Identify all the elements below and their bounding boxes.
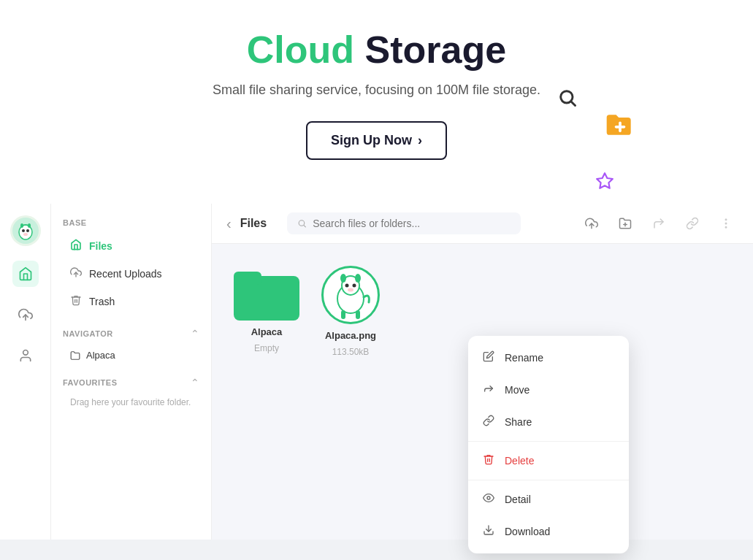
alpaca-thumbnail [321, 266, 380, 324]
search-bar [287, 212, 521, 234]
svg-point-29 [345, 284, 349, 288]
toolbar-actions [579, 211, 738, 236]
svg-point-22 [725, 227, 727, 229]
svg-marker-4 [597, 173, 613, 188]
favourites-header: Favourites ⌃ [63, 377, 199, 388]
menu-item-delete[interactable]: Delete [468, 445, 629, 477]
hero-subtitle: Small file sharing service, focusing on … [15, 83, 738, 98]
user-icon[interactable] [12, 342, 39, 369]
svg-point-34 [487, 496, 490, 499]
menu-divider [468, 441, 629, 442]
svg-line-1 [571, 101, 575, 105]
svg-point-31 [348, 288, 353, 292]
favourites-label: Favourites [63, 378, 117, 387]
file-item-alpaca-png[interactable]: Alpaca.png 113.50kB [321, 266, 380, 357]
delete-icon [483, 453, 494, 468]
share-link-btn[interactable] [680, 211, 705, 236]
move-label: Move [505, 384, 530, 396]
navigator-header: Navigator ⌃ [63, 328, 199, 340]
signup-label: Sign Up Now [331, 133, 412, 148]
search-bar-icon [297, 218, 307, 229]
move-icon [483, 383, 494, 397]
chevron-right-icon: › [418, 133, 422, 148]
sidebar-item-trash[interactable]: Trash [63, 288, 199, 315]
navigator-folder-name: Alpaca [86, 350, 115, 361]
hero-title-cloud: Cloud [247, 28, 354, 71]
svg-line-16 [304, 226, 305, 227]
download-icon [483, 524, 494, 539]
upload-btn[interactable] [579, 211, 604, 236]
trash-icon [70, 294, 82, 309]
hero-section: Cloud Storage Small file sharing service… [0, 0, 753, 204]
folder-meta: Empty [254, 343, 279, 353]
home-icon [70, 239, 82, 253]
svg-point-20 [725, 219, 727, 220]
hero-title-storage: Storage [354, 28, 506, 71]
fav-drag-hint: Drag here your favourite folder. [63, 394, 199, 410]
add-folder-icon [604, 110, 636, 148]
delete-label: Delete [505, 455, 534, 467]
rename-label: Rename [505, 352, 543, 364]
image-name: Alpaca.png [325, 330, 376, 341]
svg-point-21 [725, 223, 727, 224]
folder-name: Alpaca [251, 326, 283, 337]
menu-item-move[interactable]: Move [468, 374, 629, 406]
upload-recent-icon [70, 266, 82, 281]
breadcrumb-title: Files [240, 217, 267, 230]
toolbar: ‹ Files [212, 204, 753, 244]
sidebar-recent-label: Recent Uploads [89, 268, 162, 280]
search-input[interactable] [313, 218, 511, 229]
sidebar-item-files[interactable]: Files [63, 233, 199, 259]
share-label: Share [505, 416, 532, 428]
more-btn[interactable] [714, 211, 738, 236]
svg-point-27 [340, 274, 346, 283]
svg-point-8 [26, 229, 29, 232]
signup-button[interactable]: Sign Up Now › [306, 121, 447, 160]
navigator-label: Navigator [63, 329, 113, 338]
svg-point-30 [353, 284, 356, 288]
sidebar-item-recent-uploads[interactable]: Recent Uploads [63, 261, 199, 287]
svg-rect-32 [341, 310, 345, 319]
base-label: Base [63, 218, 199, 227]
folder-thumbnail [234, 266, 299, 321]
menu-item-detail[interactable]: Detail [468, 483, 629, 515]
navigator-folder-alpaca[interactable]: Alpaca [63, 345, 199, 365]
file-item-alpaca-folder[interactable]: Alpaca Empty [234, 266, 299, 357]
search-icon [557, 88, 578, 113]
menu-divider-2 [468, 480, 629, 480]
files-nav-icon[interactable] [12, 261, 39, 287]
upload-icon[interactable] [12, 302, 39, 328]
image-meta: 113.50kB [332, 347, 370, 357]
avatar-sidebar [0, 204, 51, 540]
menu-item-download[interactable]: Download [468, 515, 629, 548]
svg-point-9 [23, 233, 28, 236]
menu-item-rename[interactable]: Rename [468, 342, 629, 374]
share-icon [483, 415, 494, 429]
redo-btn[interactable] [646, 211, 671, 236]
nav-sidebar: Base Files Recent Uploads [51, 204, 212, 540]
svg-point-13 [23, 350, 28, 356]
detail-label: Detail [505, 494, 531, 505]
app-area: Base Files Recent Uploads [0, 204, 753, 540]
svg-point-7 [22, 229, 25, 232]
hero-title: Cloud Storage [15, 29, 738, 71]
svg-rect-24 [234, 272, 261, 285]
star-icon [595, 172, 614, 195]
avatar[interactable] [10, 215, 41, 246]
sidebar-trash-label: Trash [89, 296, 115, 307]
detail-icon [483, 492, 494, 507]
svg-rect-33 [356, 310, 360, 319]
collapse-fav-icon[interactable]: ⌃ [191, 377, 199, 388]
rename-icon [483, 350, 494, 365]
svg-point-28 [355, 274, 361, 283]
svg-point-10 [20, 223, 23, 228]
breadcrumb-back-icon[interactable]: ‹ [226, 215, 232, 232]
svg-point-11 [28, 223, 31, 228]
context-menu: Rename Move Share Delete [468, 336, 629, 553]
new-folder-btn[interactable] [613, 211, 638, 236]
collapse-icon[interactable]: ⌃ [191, 328, 199, 340]
svg-point-15 [299, 220, 305, 226]
menu-item-share[interactable]: Share [468, 406, 629, 438]
download-label: Download [505, 526, 550, 537]
sidebar-files-label: Files [89, 240, 112, 252]
